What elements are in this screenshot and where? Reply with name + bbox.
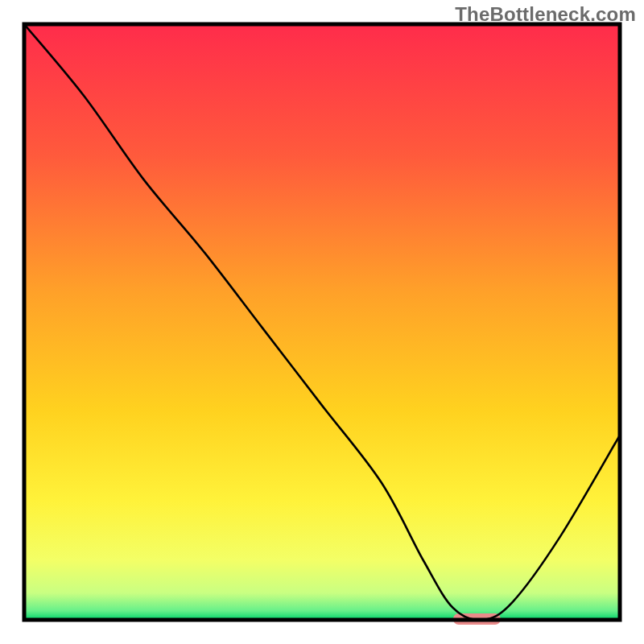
chart-canvas: { "watermark": "TheBottleneck.com", "col… xyxy=(0,0,644,644)
plot-svg xyxy=(0,0,644,644)
plot-background xyxy=(24,24,620,620)
watermark-text: TheBottleneck.com xyxy=(455,3,636,26)
